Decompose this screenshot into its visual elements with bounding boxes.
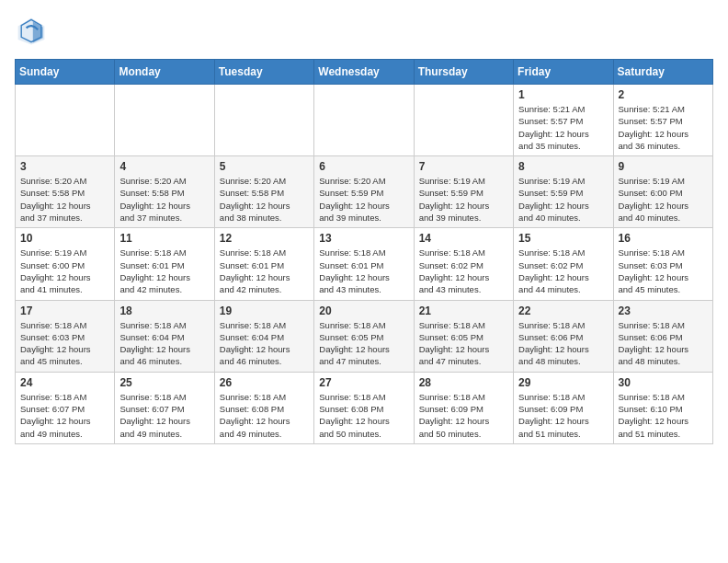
day-number: 9 (619, 160, 708, 173)
day-number: 17 (20, 304, 109, 317)
day-number: 4 (119, 160, 209, 173)
day-info: Sunrise: 5:20 AM Sunset: 5:58 PM Dayligh… (20, 175, 109, 224)
day-cell: 11Sunrise: 5:18 AM Sunset: 6:01 PM Dayli… (115, 228, 214, 300)
day-info: Sunrise: 5:18 AM Sunset: 6:10 PM Dayligh… (619, 391, 708, 440)
day-info: Sunrise: 5:18 AM Sunset: 6:09 PM Dayligh… (419, 391, 508, 440)
day-cell: 7Sunrise: 5:19 AM Sunset: 5:59 PM Daylig… (414, 156, 513, 228)
day-number: 18 (119, 304, 209, 317)
day-number: 8 (518, 160, 608, 173)
day-cell: 19Sunrise: 5:18 AM Sunset: 6:04 PM Dayli… (214, 300, 313, 372)
day-number: 27 (319, 376, 408, 389)
day-info: Sunrise: 5:19 AM Sunset: 5:59 PM Dayligh… (419, 175, 508, 224)
day-info: Sunrise: 5:20 AM Sunset: 5:58 PM Dayligh… (119, 175, 209, 224)
day-info: Sunrise: 5:18 AM Sunset: 6:03 PM Dayligh… (619, 247, 708, 295)
day-number: 11 (119, 232, 209, 245)
day-info: Sunrise: 5:18 AM Sunset: 6:04 PM Dayligh… (119, 319, 209, 368)
weekday-header-saturday: Saturday (613, 60, 712, 85)
day-info: Sunrise: 5:19 AM Sunset: 5:59 PM Dayligh… (518, 175, 608, 224)
day-info: Sunrise: 5:18 AM Sunset: 6:05 PM Dayligh… (319, 319, 408, 368)
day-cell: 20Sunrise: 5:18 AM Sunset: 6:05 PM Dayli… (314, 300, 414, 372)
weekday-header-sunday: Sunday (16, 60, 115, 85)
day-cell: 18Sunrise: 5:18 AM Sunset: 6:04 PM Dayli… (115, 300, 214, 372)
logo-icon (15, 15, 48, 48)
day-number: 20 (319, 304, 408, 317)
day-cell: 2Sunrise: 5:21 AM Sunset: 5:57 PM Daylig… (613, 85, 712, 156)
weekday-header-wednesday: Wednesday (314, 60, 414, 85)
day-cell: 24Sunrise: 5:18 AM Sunset: 6:07 PM Dayli… (16, 372, 115, 443)
day-number: 21 (419, 304, 508, 317)
day-cell: 13Sunrise: 5:18 AM Sunset: 6:01 PM Dayli… (314, 228, 414, 300)
day-cell: 29Sunrise: 5:18 AM Sunset: 6:09 PM Dayli… (514, 372, 613, 443)
day-cell: 12Sunrise: 5:18 AM Sunset: 6:01 PM Dayli… (214, 228, 313, 300)
day-number: 28 (419, 376, 508, 389)
day-info: Sunrise: 5:18 AM Sunset: 6:08 PM Dayligh… (319, 391, 408, 440)
day-cell: 23Sunrise: 5:18 AM Sunset: 6:06 PM Dayli… (613, 300, 712, 372)
day-number: 25 (119, 376, 209, 389)
weekday-header-tuesday: Tuesday (214, 60, 313, 85)
day-cell: 10Sunrise: 5:19 AM Sunset: 6:00 PM Dayli… (16, 228, 115, 300)
day-info: Sunrise: 5:19 AM Sunset: 6:00 PM Dayligh… (619, 175, 708, 224)
page-header (15, 15, 713, 48)
day-info: Sunrise: 5:18 AM Sunset: 6:07 PM Dayligh… (119, 391, 209, 440)
day-info: Sunrise: 5:18 AM Sunset: 6:06 PM Dayligh… (518, 319, 608, 368)
day-info: Sunrise: 5:18 AM Sunset: 6:04 PM Dayligh… (220, 319, 309, 368)
day-cell: 17Sunrise: 5:18 AM Sunset: 6:03 PM Dayli… (16, 300, 115, 372)
week-row-1: 1Sunrise: 5:21 AM Sunset: 5:57 PM Daylig… (16, 85, 713, 156)
day-cell (414, 85, 513, 156)
day-cell: 9Sunrise: 5:19 AM Sunset: 6:00 PM Daylig… (613, 156, 712, 228)
day-number: 3 (20, 160, 109, 173)
day-info: Sunrise: 5:18 AM Sunset: 6:07 PM Dayligh… (20, 391, 109, 440)
day-cell: 16Sunrise: 5:18 AM Sunset: 6:03 PM Dayli… (613, 228, 712, 300)
day-number: 14 (419, 232, 508, 245)
weekday-header-friday: Friday (514, 60, 613, 85)
day-info: Sunrise: 5:18 AM Sunset: 6:01 PM Dayligh… (319, 247, 408, 295)
day-number: 13 (319, 232, 408, 245)
day-cell: 30Sunrise: 5:18 AM Sunset: 6:10 PM Dayli… (613, 372, 712, 443)
day-cell: 14Sunrise: 5:18 AM Sunset: 6:02 PM Dayli… (414, 228, 513, 300)
day-cell: 8Sunrise: 5:19 AM Sunset: 5:59 PM Daylig… (514, 156, 613, 228)
calendar-table: SundayMondayTuesdayWednesdayThursdayFrid… (15, 59, 713, 444)
day-number: 10 (20, 232, 109, 245)
day-cell: 22Sunrise: 5:18 AM Sunset: 6:06 PM Dayli… (514, 300, 613, 372)
day-number: 26 (220, 376, 309, 389)
day-cell: 26Sunrise: 5:18 AM Sunset: 6:08 PM Dayli… (214, 372, 313, 443)
day-info: Sunrise: 5:18 AM Sunset: 6:01 PM Dayligh… (220, 247, 309, 295)
day-number: 6 (319, 160, 408, 173)
week-row-5: 24Sunrise: 5:18 AM Sunset: 6:07 PM Dayli… (16, 372, 713, 443)
day-info: Sunrise: 5:18 AM Sunset: 6:09 PM Dayligh… (518, 391, 608, 440)
weekday-header-thursday: Thursday (414, 60, 513, 85)
day-info: Sunrise: 5:21 AM Sunset: 5:57 PM Dayligh… (619, 103, 708, 152)
day-number: 22 (518, 304, 608, 317)
week-row-4: 17Sunrise: 5:18 AM Sunset: 6:03 PM Dayli… (16, 300, 713, 372)
weekday-header-row: SundayMondayTuesdayWednesdayThursdayFrid… (16, 60, 713, 85)
day-cell (314, 85, 414, 156)
day-cell (214, 85, 313, 156)
day-number: 16 (619, 232, 708, 245)
day-number: 7 (419, 160, 508, 173)
day-info: Sunrise: 5:18 AM Sunset: 6:02 PM Dayligh… (419, 247, 508, 295)
day-cell: 5Sunrise: 5:20 AM Sunset: 5:58 PM Daylig… (214, 156, 313, 228)
day-info: Sunrise: 5:18 AM Sunset: 6:06 PM Dayligh… (619, 319, 708, 368)
day-cell: 25Sunrise: 5:18 AM Sunset: 6:07 PM Dayli… (115, 372, 214, 443)
day-info: Sunrise: 5:18 AM Sunset: 6:08 PM Dayligh… (220, 391, 309, 440)
week-row-2: 3Sunrise: 5:20 AM Sunset: 5:58 PM Daylig… (16, 156, 713, 228)
day-cell: 15Sunrise: 5:18 AM Sunset: 6:02 PM Dayli… (514, 228, 613, 300)
day-number: 23 (619, 304, 708, 317)
day-info: Sunrise: 5:21 AM Sunset: 5:57 PM Dayligh… (518, 103, 608, 152)
day-number: 12 (220, 232, 309, 245)
day-cell: 6Sunrise: 5:20 AM Sunset: 5:59 PM Daylig… (314, 156, 414, 228)
day-cell: 4Sunrise: 5:20 AM Sunset: 5:58 PM Daylig… (115, 156, 214, 228)
week-row-3: 10Sunrise: 5:19 AM Sunset: 6:00 PM Dayli… (16, 228, 713, 300)
day-info: Sunrise: 5:19 AM Sunset: 6:00 PM Dayligh… (20, 247, 109, 295)
day-info: Sunrise: 5:18 AM Sunset: 6:05 PM Dayligh… (419, 319, 508, 368)
day-cell: 21Sunrise: 5:18 AM Sunset: 6:05 PM Dayli… (414, 300, 513, 372)
day-number: 1 (518, 88, 608, 101)
day-number: 19 (220, 304, 309, 317)
day-number: 2 (619, 88, 708, 101)
day-cell: 27Sunrise: 5:18 AM Sunset: 6:08 PM Dayli… (314, 372, 414, 443)
day-cell: 1Sunrise: 5:21 AM Sunset: 5:57 PM Daylig… (514, 85, 613, 156)
day-cell (115, 85, 214, 156)
day-info: Sunrise: 5:20 AM Sunset: 5:59 PM Dayligh… (319, 175, 408, 224)
weekday-header-monday: Monday (115, 60, 214, 85)
day-info: Sunrise: 5:20 AM Sunset: 5:58 PM Dayligh… (220, 175, 309, 224)
